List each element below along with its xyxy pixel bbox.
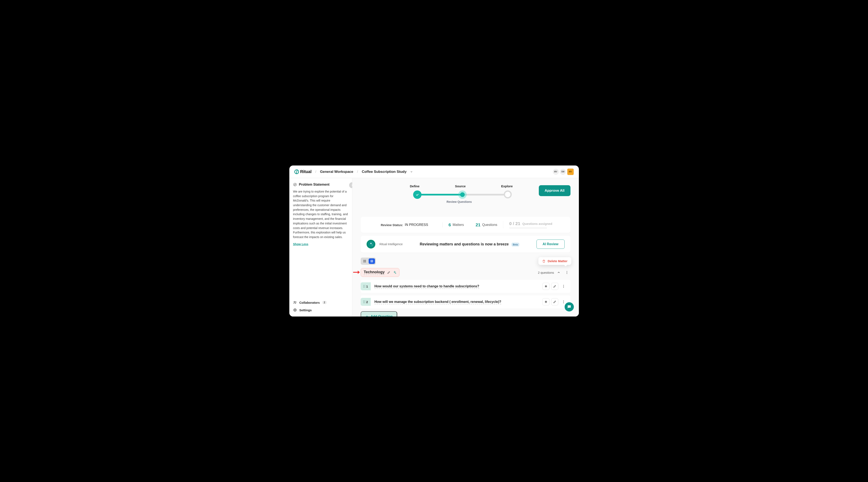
list-view-button[interactable] — [369, 258, 375, 264]
compass-icon — [293, 183, 297, 187]
question-text[interactable]: How will we manage the subscription back… — [374, 300, 501, 304]
breadcrumb-project[interactable]: Coffee Subscription Study — [362, 170, 406, 174]
assigned-count: 0 / 21 — [509, 221, 520, 226]
review-status-value: IN PROGRESS — [405, 223, 428, 227]
logo-icon — [294, 169, 299, 174]
step-explore-node[interactable] — [504, 190, 512, 198]
svg-rect-5 — [363, 260, 364, 261]
delete-matter-label: Delete Matter — [548, 259, 567, 263]
avatars: MV SM MV — [553, 168, 574, 175]
question-row: 2 How will we manage the subscription ba… — [361, 295, 570, 308]
matter-pill[interactable]: Technology — [361, 268, 400, 277]
avatar-me[interactable]: MV — [567, 168, 574, 175]
svg-rect-10 — [371, 261, 373, 262]
svg-rect-8 — [365, 261, 366, 262]
approve-all-button[interactable]: Approve All — [539, 185, 570, 196]
add-question-label: Add Question — [371, 315, 393, 317]
svg-marker-1 — [294, 184, 296, 185]
collaborators-label: Collaborators — [300, 301, 320, 304]
sidebar-title-row: Problem Statement — [293, 183, 348, 187]
question-number: 1 — [366, 285, 368, 288]
step-source-node[interactable] — [458, 190, 467, 199]
status-card: Review Status: IN PROGRESS 6 Matters 21 … — [361, 217, 570, 233]
breadcrumb-sep: / — [357, 170, 358, 174]
header: Ritual / General Workspace / Coffee Subs… — [289, 165, 579, 178]
breadcrumb-workspace[interactable]: General Workspace — [320, 170, 353, 174]
step-define-label: Define — [410, 184, 420, 188]
avatar[interactable]: MV — [553, 169, 559, 175]
step-subtitle: Review Questions — [438, 200, 480, 203]
svg-point-3 — [295, 301, 296, 302]
users-icon — [293, 300, 297, 304]
svg-point-14 — [566, 272, 567, 273]
sparkle-button[interactable] — [542, 283, 550, 290]
questions-count: 21 — [476, 222, 480, 227]
show-less-link[interactable]: Show Less — [293, 243, 348, 246]
sidebar-item-collaborators[interactable]: Collaborators 2 — [293, 300, 348, 304]
step-source-label: Source — [455, 184, 466, 188]
gear-icon — [293, 308, 297, 312]
plus-icon — [365, 315, 369, 317]
svg-point-16 — [363, 285, 364, 286]
svg-point-26 — [365, 300, 365, 301]
add-question-button[interactable]: Add Question — [361, 311, 397, 317]
svg-point-27 — [363, 301, 364, 302]
question-number: 2 — [366, 300, 368, 304]
svg-point-25 — [363, 300, 364, 301]
ai-review-button[interactable]: AI Review — [536, 239, 565, 249]
matters-count: 6 — [448, 222, 451, 227]
grid-view-button[interactable] — [362, 258, 368, 264]
logo[interactable]: Ritual — [294, 169, 312, 174]
sparkle-icon[interactable] — [393, 271, 396, 274]
matters-word: Matters — [453, 223, 464, 227]
ai-card: Ritual Intelligence Reviewing matters an… — [361, 236, 570, 253]
chevron-down-icon[interactable] — [410, 170, 413, 173]
svg-rect-9 — [371, 260, 373, 261]
svg-point-22 — [563, 285, 564, 286]
svg-point-33 — [563, 303, 564, 303]
review-status-label: Review Status: — [381, 223, 403, 227]
svg-point-21 — [365, 287, 365, 288]
chat-fab[interactable] — [565, 302, 574, 312]
stepper: Define Source Explore — [365, 183, 539, 212]
matter-more-button[interactable]: Delete Matter — [563, 269, 570, 276]
ai-label: Ritual Intelligence — [379, 243, 403, 246]
svg-marker-12 — [358, 270, 360, 274]
svg-rect-6 — [365, 260, 366, 261]
main: Define Source Explore — [352, 178, 579, 317]
svg-point-13 — [566, 271, 567, 271]
svg-point-20 — [363, 287, 364, 288]
breadcrumb-sep: / — [315, 170, 316, 174]
svg-point-31 — [563, 300, 564, 301]
svg-point-29 — [363, 303, 364, 303]
svg-point-19 — [365, 286, 365, 287]
svg-point-24 — [563, 287, 564, 288]
step-define-node[interactable] — [413, 190, 422, 199]
edit-button[interactable] — [551, 298, 558, 306]
svg-point-17 — [365, 285, 365, 286]
sparkle-button[interactable] — [542, 298, 550, 306]
svg-point-4 — [294, 310, 296, 311]
question-row: 1 How would our systems need to change t… — [361, 280, 570, 293]
question-more-button[interactable] — [560, 283, 567, 290]
step-explore-label: Explore — [501, 184, 513, 188]
problem-statement-text: We are trying to explore the potential o… — [293, 189, 348, 239]
matter-title: Technology — [364, 270, 385, 275]
chevron-up-icon[interactable] — [557, 271, 560, 274]
edit-button[interactable] — [551, 283, 558, 290]
drag-handle[interactable]: 1 — [361, 282, 371, 290]
drag-handle[interactable]: 2 — [361, 298, 371, 306]
callout-arrow-icon — [353, 270, 360, 275]
trash-icon — [542, 259, 546, 263]
svg-point-28 — [365, 301, 365, 302]
sidebar-item-settings[interactable]: Settings — [293, 308, 348, 312]
avatar[interactable]: SM — [560, 169, 566, 175]
pencil-icon[interactable] — [387, 271, 391, 274]
question-text[interactable]: How would our systems need to change to … — [374, 284, 479, 289]
svg-point-18 — [363, 286, 364, 287]
delete-matter-popover[interactable]: Delete Matter — [538, 257, 571, 265]
ai-headline: Reviewing matters and questions is now a… — [420, 242, 508, 246]
collaborators-count: 2 — [322, 301, 327, 304]
svg-point-32 — [563, 301, 564, 302]
assigned-label: Questions assigned — [522, 222, 552, 225]
